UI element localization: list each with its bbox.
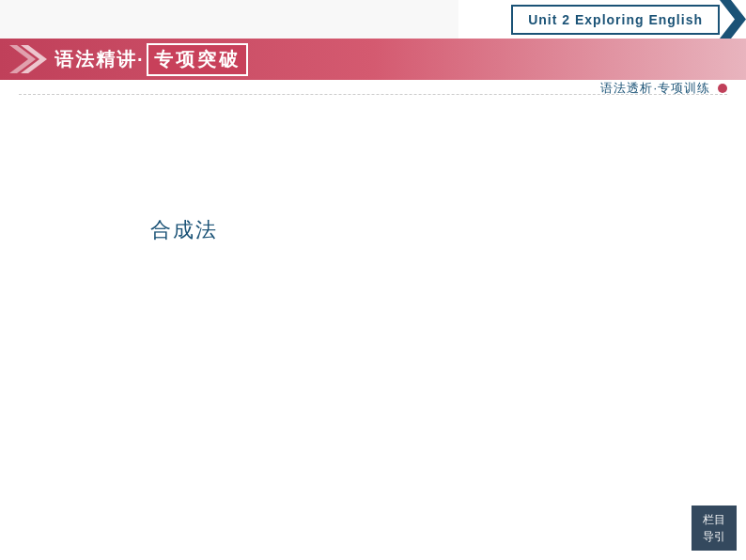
main-content: 合成法 bbox=[0, 103, 746, 513]
section-title: 语法精讲· 专项突破 bbox=[54, 43, 248, 76]
separator-line bbox=[19, 94, 727, 95]
svg-marker-0 bbox=[720, 0, 746, 39]
top-left-blank bbox=[0, 0, 458, 39]
bottom-nav-line2: 导引 bbox=[703, 528, 725, 545]
section-title-highlight: 专项突破 bbox=[147, 43, 248, 76]
section-bar: 语法精讲· 专项突破 bbox=[0, 39, 746, 80]
section-bar-arrow-icon bbox=[9, 45, 47, 73]
chevron-right-icon bbox=[720, 0, 746, 39]
sub-nav-dot-icon bbox=[718, 84, 727, 93]
unit-badge: Unit 2 Exploring English bbox=[511, 5, 720, 35]
content-title: 合成法 bbox=[150, 216, 218, 244]
bottom-nav-line1: 栏目 bbox=[703, 511, 725, 528]
unit-header: Unit 2 Exploring English bbox=[511, 0, 746, 39]
section-title-plain: 语法精讲· bbox=[54, 47, 145, 72]
bottom-nav-button[interactable]: 栏目 导引 bbox=[692, 506, 737, 551]
